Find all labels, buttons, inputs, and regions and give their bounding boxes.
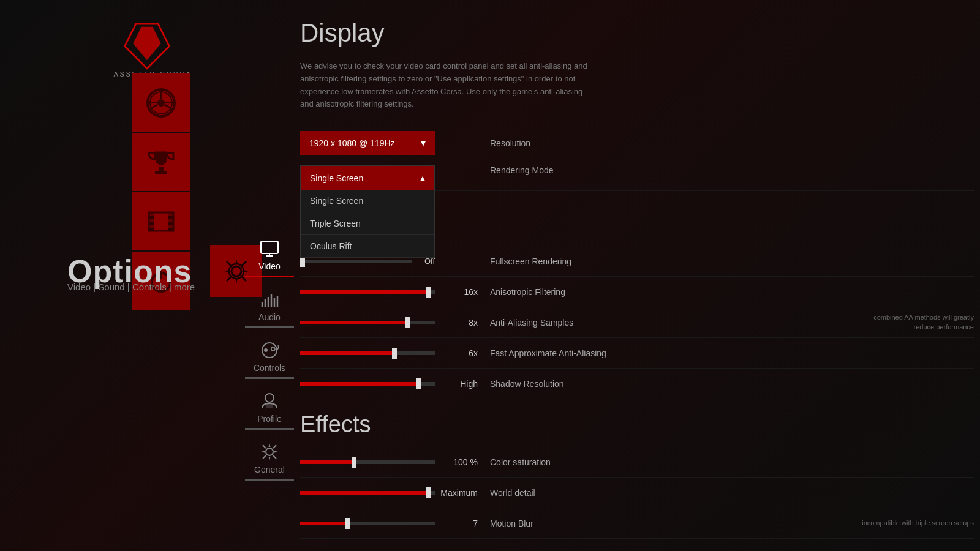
nav-controls[interactable]: Controls [233,334,306,385]
anisotropic-slider-container [300,290,435,294]
color-saturation-value: 100 % [435,457,478,467]
color-saturation-row: 100 % Color saturation [300,447,974,478]
display-title: Display [300,18,974,48]
anisotropic-slider-control [300,290,435,294]
film-icon-btn[interactable] [132,192,190,250]
steering-wheel-icon-btn[interactable] [132,73,190,132]
rendering-mode-dropdown[interactable]: Single Screen Single Screen Triple Scree… [300,165,435,258]
shadow-slider-track[interactable] [300,382,435,386]
trophy-icon-btn[interactable] [132,133,190,191]
antialiasing-note: combined AA methods will greatly reduce … [851,313,974,332]
svg-point-37 [265,394,274,402]
world-detail-slider-thumb[interactable] [426,487,431,498]
shadow-label: Shadow Resolution [490,379,974,389]
motion-blur-note: incompatible with triple screen setups [862,519,974,528]
monitor-icon [260,239,279,258]
rendering-option-oculus[interactable]: Oculus Rift [301,235,434,258]
svg-rect-20 [168,228,173,231]
main-content: Display We advise you to check your vide… [300,18,974,551]
nav-audio-bar [245,326,294,328]
rendering-mode-dropdown-header[interactable]: Single Screen [301,166,434,190]
motion-blur-slider-thumb[interactable] [345,518,350,529]
fxaa-slider-container [300,351,435,355]
world-detail-slider-track[interactable] [300,491,435,495]
nav-controls-label: Controls [254,363,285,373]
nav-profile-bar [245,428,294,430]
nav-profile[interactable]: Profile [233,385,306,436]
antialiasing-slider-container [300,321,435,324]
world-detail-value: Maximum [435,488,478,498]
world-detail-slider-fill [300,491,428,495]
profile-icon [260,391,279,411]
world-detail-slider-container [300,491,435,495]
disclaimer-text: We advise you to check your video card c… [300,60,594,111]
svg-point-39 [266,448,273,455]
nav-general-label: General [254,465,285,474]
general-gear-icon [260,442,279,462]
rendering-mode-selected: Single Screen [310,173,363,183]
sub-navigation: Video Audio Controls Profile [233,233,306,487]
rendering-mode-row: Single Screen Single Screen Triple Scree… [300,160,974,191]
shadow-slider-thumb[interactable] [417,378,421,389]
rendering-mode-chevron [420,172,425,184]
motion-blur-value: 7 [435,519,478,528]
antialiasing-value: 8x [435,318,478,328]
antialiasing-row: 8x Anti-Aliasing Samples combined AA met… [300,307,974,338]
shadow-slider-container [300,382,435,386]
fxaa-slider-fill [300,351,394,355]
fxaa-label: Fast Approximate Anti-Aliasing [490,348,974,358]
svg-rect-15 [149,216,154,219]
antialiasing-label: Anti-Aliasing Samples [490,318,839,328]
rendering-option-triple[interactable]: Triple Screen [301,212,434,235]
rendering-mode-label: Rendering Mode [490,165,974,175]
motion-blur-slider-control [300,522,435,525]
anisotropic-slider-track[interactable] [300,290,435,294]
resolution-control: 1920 x 1080 @ 119Hz [300,131,435,155]
color-saturation-slider-control [300,460,435,464]
anisotropic-value: 16x [435,287,478,297]
fxaa-slider-thumb[interactable] [392,348,397,359]
shadow-slider-control [300,382,435,386]
nav-video-label: Video [258,261,281,271]
color-saturation-slider-fill [300,460,354,464]
rendering-option-single[interactable]: Single Screen [301,190,434,212]
fxaa-row: 6x Fast Approximate Anti-Aliasing [300,338,974,369]
nav-general[interactable]: General [233,436,306,487]
anisotropic-slider-thumb[interactable] [426,287,431,298]
nav-audio-label: Audio [258,312,281,322]
color-saturation-slider-thumb[interactable] [352,457,356,468]
resolution-dropdown[interactable]: 1920 x 1080 @ 119Hz [300,131,435,155]
fullscreen-slider-track[interactable] [300,260,412,263]
nav-audio[interactable]: Audio [233,283,306,334]
controls-icon [260,340,279,360]
options-subtitle: Video | Sound | Controls | more [67,282,195,292]
anisotropic-row: 16x Anisotropic Filtering [300,277,974,307]
fxaa-slider-track[interactable] [300,351,435,355]
motion-blur-slider-track[interactable] [300,522,435,525]
nav-video[interactable]: Video [233,233,306,283]
shadow-slider-fill [300,382,419,386]
motion-blur-row: 7 Motion Blur incompatible with triple s… [300,508,974,539]
antialiasing-slider-thumb[interactable] [405,317,410,328]
anisotropic-label: Anisotropic Filtering [490,287,974,297]
motion-blur-slider-fill [300,522,347,525]
svg-rect-10 [159,167,164,171]
display-settings: 1920 x 1080 @ 119Hz Resolution Single Sc… [300,126,974,399]
svg-marker-1 [133,27,160,61]
svg-rect-38 [266,403,273,408]
color-saturation-slider-track[interactable] [300,460,435,464]
fullscreen-label: Fullscreen Rendering [490,257,974,266]
antialiasing-slider-track[interactable] [300,321,435,324]
world-detail-label: World detail [490,488,974,498]
motion-blur-slider-container [300,522,435,525]
motion-blur-label: Motion Blur [490,519,850,528]
svg-rect-19 [168,222,173,225]
nav-controls-bar [245,377,294,379]
svg-rect-17 [149,228,154,231]
antialiasing-slider-fill [300,321,408,324]
resolution-row: 1920 x 1080 @ 119Hz Resolution [300,126,974,160]
svg-point-36 [271,347,275,351]
resolution-label: Resolution [490,138,974,148]
audio-icon [260,290,279,309]
nav-profile-label: Profile [257,414,282,424]
